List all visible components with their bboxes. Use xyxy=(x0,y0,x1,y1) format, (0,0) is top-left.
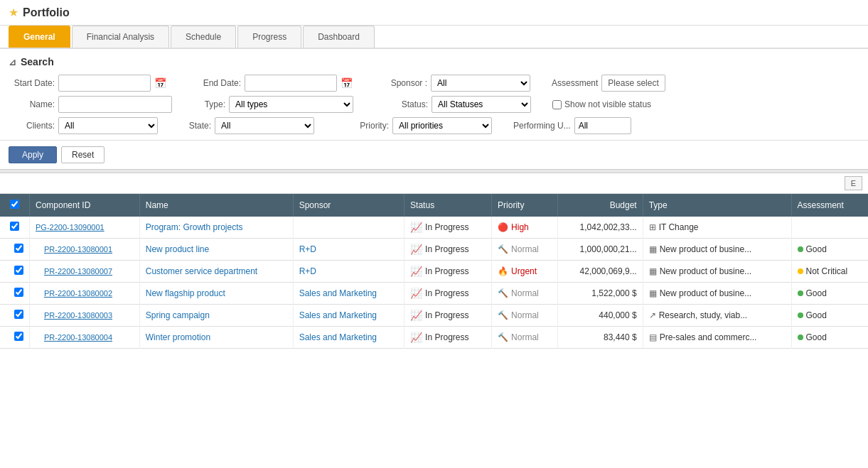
row-checkbox[interactable] xyxy=(14,288,23,297)
row-sponsor-text: R+D xyxy=(299,244,316,254)
sponsor-label: Sponsor : xyxy=(381,78,427,88)
page-title-bar: ★ Portfolio xyxy=(0,0,868,26)
assessment-dot xyxy=(798,246,803,252)
row-checkbox[interactable] xyxy=(14,332,23,341)
table-row: PR-2200-13080003Spring campaignSales and… xyxy=(0,305,868,327)
row-checkbox[interactable] xyxy=(14,310,23,319)
show-not-visible-label[interactable]: Show not visible status xyxy=(552,99,651,109)
type-field: Type: All types xyxy=(200,96,353,113)
type-select[interactable]: All types xyxy=(229,96,353,113)
type-icon: ▤ xyxy=(649,332,657,342)
component-id-link[interactable]: PR-2200-13080001 xyxy=(44,245,112,254)
show-not-visible-checkbox[interactable] xyxy=(552,100,562,109)
col-sponsor[interactable]: Sponsor xyxy=(293,194,404,217)
priority-icon: 🔨 xyxy=(498,288,508,298)
component-id-link[interactable]: PR-2200-13080004 xyxy=(44,333,112,342)
state-field: State: All xyxy=(186,117,314,134)
search-row-1: Start Date: 📅 End Date: 📅 Sponsor : All xyxy=(9,75,859,92)
end-date-field: End Date: 📅 xyxy=(195,75,353,92)
tab-dashboard[interactable]: Dashboard xyxy=(303,26,375,48)
row-checkbox-cell xyxy=(0,261,30,283)
type-label: Type: xyxy=(200,99,225,109)
component-id-link[interactable]: PG-2200-13090001 xyxy=(36,223,105,232)
end-date-calendar-icon[interactable]: 📅 xyxy=(341,77,353,89)
type-text: Pre-sales and commerc... xyxy=(660,332,757,342)
assessment-select-button[interactable]: Please select xyxy=(601,75,665,92)
col-type[interactable]: Type xyxy=(643,194,791,217)
table-row: PR-2200-13080004Winter promotionSales an… xyxy=(0,327,868,349)
start-date-field: Start Date: 📅 xyxy=(9,75,166,92)
priority-field: Priority: All priorities xyxy=(343,117,492,134)
clients-select[interactable]: All xyxy=(58,117,158,134)
start-date-input[interactable] xyxy=(58,75,151,92)
state-label: State: xyxy=(186,121,211,131)
page-title: Portfolio xyxy=(23,6,70,19)
row-checkbox-cell xyxy=(0,217,30,239)
col-status[interactable]: Status xyxy=(404,194,492,217)
data-table: Component ID Name Sponsor Status Priorit… xyxy=(0,194,868,349)
start-date-calendar-icon[interactable]: 📅 xyxy=(154,77,166,89)
row-name: Winter promotion xyxy=(139,327,293,349)
row-checkbox[interactable] xyxy=(14,266,23,275)
status-label: Status: xyxy=(382,99,428,109)
type-text: New product of busine... xyxy=(660,266,751,276)
row-sponsor: R+D xyxy=(293,261,404,283)
tab-general[interactable]: General xyxy=(9,26,70,48)
type-icon: ↗ xyxy=(649,310,656,320)
row-sponsor: Sales and Marketing xyxy=(293,305,404,327)
name-input[interactable] xyxy=(58,96,172,113)
performing-u-field: Performing U... xyxy=(513,117,631,134)
tab-schedule[interactable]: Schedule xyxy=(171,26,236,48)
status-icon: 📈 xyxy=(410,266,422,277)
performing-u-label: Performing U... xyxy=(513,121,571,131)
row-type: ↗Research, study, viab... xyxy=(643,305,791,327)
status-icon: 📈 xyxy=(410,244,422,255)
name-field: Name: xyxy=(9,96,172,113)
row-sponsor-text: Sales and Marketing xyxy=(299,332,377,342)
priority-select[interactable]: All priorities xyxy=(392,117,492,134)
export-button[interactable]: E xyxy=(845,176,862,190)
action-row: Apply Reset xyxy=(0,141,868,169)
row-name-text: Winter promotion xyxy=(146,332,210,342)
table-body: PG-2200-13090001Program: Growth projects… xyxy=(0,217,868,349)
type-icon: ▦ xyxy=(649,288,657,298)
search-title: ⊿ Search xyxy=(9,56,859,67)
apply-button[interactable]: Apply xyxy=(9,146,57,163)
sponsor-field: Sponsor : All xyxy=(381,75,530,92)
clients-field: Clients: All xyxy=(9,117,158,134)
assessment-text: Good xyxy=(806,288,827,298)
status-select[interactable]: All Statuses xyxy=(432,96,531,113)
row-name: New flagship product xyxy=(139,283,293,305)
component-id-link[interactable]: PR-2200-13080002 xyxy=(44,289,112,298)
priority-text: Urgent xyxy=(511,266,537,276)
status-icon: 📈 xyxy=(410,332,422,343)
col-assessment[interactable]: Assessment xyxy=(791,194,868,217)
row-priority: 🔨Normal xyxy=(492,305,557,327)
component-id-link[interactable]: PR-2200-13080003 xyxy=(44,311,112,320)
col-priority[interactable]: Priority xyxy=(492,194,557,217)
star-icon[interactable]: ★ xyxy=(9,6,18,19)
col-budget[interactable]: Budget xyxy=(557,194,643,217)
select-all-checkbox[interactable] xyxy=(10,200,19,209)
tab-financial-analysis[interactable]: Financial Analysis xyxy=(72,26,169,48)
row-assessment: Not Critical xyxy=(791,261,868,283)
priority-text: Normal xyxy=(511,244,539,254)
performing-u-input[interactable] xyxy=(574,117,631,134)
sponsor-select[interactable]: All xyxy=(431,75,530,92)
row-checkbox[interactable] xyxy=(14,244,23,253)
col-name[interactable]: Name xyxy=(139,194,293,217)
table-row: PR-2200-13080002New flagship productSale… xyxy=(0,283,868,305)
assessment-dot xyxy=(798,334,803,340)
state-select[interactable]: All xyxy=(215,117,314,134)
type-text: New product of busine... xyxy=(660,288,751,298)
col-component-id[interactable]: Component ID xyxy=(30,194,140,217)
reset-button[interactable]: Reset xyxy=(61,146,105,163)
row-name: Spring campaign xyxy=(139,305,293,327)
row-name-text: Spring campaign xyxy=(146,310,210,320)
row-name: Program: Growth projects xyxy=(139,217,293,239)
priority-text: High xyxy=(511,222,529,232)
end-date-input[interactable] xyxy=(245,75,337,92)
tab-progress[interactable]: Progress xyxy=(237,26,301,48)
row-checkbox[interactable] xyxy=(10,222,19,231)
component-id-link[interactable]: PR-2200-13080007 xyxy=(44,267,112,276)
